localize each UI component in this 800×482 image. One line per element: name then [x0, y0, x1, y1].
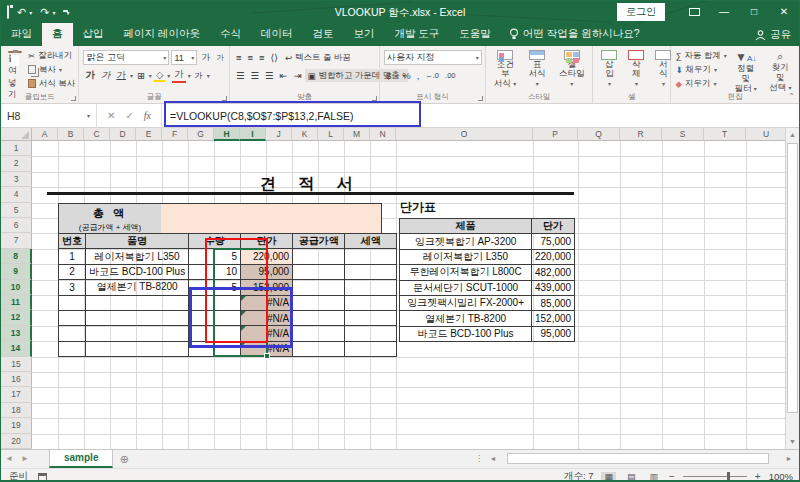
vertical-scroll-thumb[interactable]: [787, 143, 798, 413]
share-button[interactable]: 공유: [755, 28, 791, 42]
minimize-icon[interactable]: —: [709, 1, 739, 23]
price-cell-product[interactable]: 바코드 BCD-100 Plus: [400, 326, 532, 341]
quote-cell-name[interactable]: 바코드 BCD-100 Plus: [86, 264, 189, 279]
column-header-E[interactable]: E: [136, 128, 162, 141]
column-header-F[interactable]: F: [162, 128, 188, 141]
percent-style-icon[interactable]: %: [400, 70, 412, 81]
quote-cell-supply[interactable]: [293, 341, 345, 356]
quote-cell-supply[interactable]: [293, 264, 345, 279]
tell-me-box[interactable]: 어떤 작업을 원하시나요?: [501, 23, 648, 46]
quote-header-cell[interactable]: 공급가액: [293, 234, 345, 249]
collapse-ribbon-icon[interactable]: ⌃: [788, 92, 795, 101]
bold-icon[interactable]: 가: [83, 69, 97, 82]
row-header-5[interactable]: 5: [1, 203, 32, 218]
price-cell-product[interactable]: 문서세단기 SCUT-1000: [400, 280, 532, 295]
maximize-icon[interactable]: □: [739, 1, 769, 23]
quote-cell-name[interactable]: [86, 326, 189, 341]
quote-header-cell[interactable]: 번호: [59, 234, 86, 249]
tab-file[interactable]: 파일: [1, 23, 42, 46]
row-header-18[interactable]: 18: [1, 403, 32, 418]
formula-input[interactable]: =VLOOKUP(C8,$O$7:$P$13,2,FALSE): [162, 104, 799, 127]
horizontal-scroll-thumb[interactable]: [507, 453, 769, 464]
clear-button[interactable]: ◆지우기 ▾: [675, 77, 726, 90]
font-color-icon[interactable]: 가: [172, 68, 186, 83]
quote-header-cell[interactable]: 수량: [189, 234, 241, 249]
column-header-K[interactable]: K: [292, 128, 318, 141]
column-header-D[interactable]: D: [110, 128, 136, 141]
quote-cell-qty[interactable]: 5: [189, 280, 241, 295]
align-center-icon[interactable]: ☰: [248, 70, 261, 81]
column-header-C[interactable]: C: [84, 128, 110, 141]
tab-insert[interactable]: 삽입: [73, 23, 114, 46]
scroll-left-icon[interactable]: ◄: [487, 455, 499, 462]
column-header-Q[interactable]: Q: [578, 128, 620, 141]
copy-button[interactable]: 복사 ▾: [28, 63, 75, 76]
column-header-O[interactable]: O: [396, 128, 533, 141]
quote-cell-qty[interactable]: [189, 341, 241, 356]
column-header-S[interactable]: S: [662, 128, 704, 141]
conditional-formatting-button[interactable]: 조건부서식 ▾: [490, 49, 521, 90]
name-box[interactable]: H8▾: [1, 104, 97, 127]
ribbon-display-options-icon[interactable]: [679, 1, 709, 23]
insert-function-icon[interactable]: fx: [144, 110, 151, 121]
quote-cell-tax[interactable]: [345, 295, 397, 310]
quote-cell-tax[interactable]: [345, 310, 397, 325]
tab-review[interactable]: 검토: [302, 23, 343, 46]
quote-cell-price[interactable]: 95,000: [241, 264, 293, 279]
increase-indent-icon[interactable]: ⇥: [291, 70, 303, 81]
borders-icon[interactable]: ⊞: [135, 70, 147, 81]
quote-cell-name[interactable]: [86, 341, 189, 356]
font-dialog-launcher-icon[interactable]: [222, 96, 227, 101]
quote-cell-name[interactable]: [86, 295, 189, 310]
new-sheet-icon[interactable]: ⊕: [113, 450, 135, 468]
price-cell-product[interactable]: 잉크젯복합기 AP-3200: [400, 234, 532, 249]
select-all-corner[interactable]: [1, 128, 32, 141]
sheet-grid[interactable]: ABCDEFGHIJKLMNOPQRSTU 123456789101112131…: [1, 128, 787, 449]
zoom-slider-thumb[interactable]: [727, 472, 730, 481]
row-header-10[interactable]: 10: [1, 280, 32, 295]
fill-color-icon[interactable]: ◇: [154, 69, 165, 82]
row-header-19[interactable]: 19: [1, 418, 32, 433]
page-layout-view-icon[interactable]: ▤: [624, 472, 639, 482]
price-cell-product[interactable]: 열제본기 TB-8200: [400, 311, 532, 326]
format-painter-button[interactable]: 서식 복사: [28, 77, 75, 90]
column-header-I[interactable]: I: [240, 128, 266, 141]
cell-styles-button[interactable]: 셀스타일 ▾: [554, 49, 589, 90]
row-header-8[interactable]: 8: [1, 249, 32, 264]
zoom-slider[interactable]: [683, 476, 747, 477]
horizontal-scrollbar[interactable]: ⋮ ◄ ►: [475, 452, 795, 465]
quote-cell-name[interactable]: 열제본기 TB-8200: [86, 280, 189, 295]
page-break-view-icon[interactable]: ▥: [646, 472, 661, 482]
tab-home[interactable]: 홈: [42, 23, 73, 46]
italic-icon[interactable]: 가: [99, 69, 113, 82]
align-bottom-icon[interactable]: ≡: [257, 52, 267, 63]
row-header-12[interactable]: 12: [1, 310, 32, 325]
number-dialog-launcher-icon[interactable]: [478, 96, 483, 101]
quote-cell-tax[interactable]: [345, 326, 397, 341]
align-right-icon[interactable]: ☰: [263, 70, 276, 81]
column-header-A[interactable]: A: [32, 128, 58, 141]
align-left-icon[interactable]: ☰: [234, 70, 247, 81]
comma-style-icon[interactable]: ,: [415, 70, 422, 81]
scroll-up-icon[interactable]: ▲: [786, 128, 799, 142]
quote-cell-price[interactable]: 220,000: [241, 249, 293, 264]
price-header-cell[interactable]: 제품: [400, 219, 532, 234]
quote-cell-supply[interactable]: [293, 249, 345, 264]
cut-button[interactable]: ✂잘라내기: [28, 49, 75, 62]
zoom-in-icon[interactable]: +: [755, 471, 761, 482]
quote-cell-name[interactable]: [86, 310, 189, 325]
zoom-out-icon[interactable]: −: [669, 471, 675, 482]
quote-header-cell[interactable]: 품명: [86, 234, 189, 249]
phonetic-icon[interactable]: 가: [193, 70, 205, 81]
price-cell-product[interactable]: 레이저복합기 L350: [400, 249, 532, 264]
quote-cell-no[interactable]: 1: [59, 249, 86, 264]
column-header-B[interactable]: B: [58, 128, 84, 141]
enter-entry-icon[interactable]: ✓: [125, 110, 133, 121]
price-cell-product[interactable]: 잉크젯팩시밀리 FX-2000+: [400, 295, 532, 310]
quote-cell-supply[interactable]: [293, 310, 345, 325]
column-header-M[interactable]: M: [344, 128, 370, 141]
increase-decimal-icon[interactable]: ←.0: [423, 71, 441, 80]
price-header-cell[interactable]: 단가: [532, 219, 575, 234]
fill-button[interactable]: ⬇채우기 ▾: [675, 63, 726, 76]
quote-cell-qty[interactable]: 10: [189, 264, 241, 279]
